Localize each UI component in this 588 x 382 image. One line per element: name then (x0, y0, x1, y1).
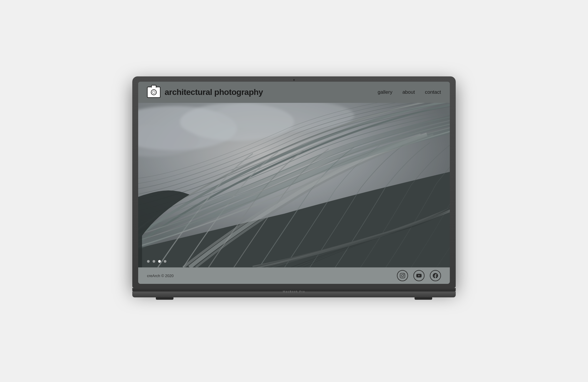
slide-dot-4[interactable] (164, 260, 166, 263)
facebook-button[interactable] (430, 270, 441, 281)
camera-icon (147, 87, 161, 98)
laptop-hinge: MacBook Pro (132, 288, 456, 291)
laptop-body: architectural photography gallery about … (132, 76, 456, 288)
macbook-label: MacBook Pro (283, 290, 305, 293)
slide-dots (147, 260, 166, 263)
hero-area (138, 103, 450, 267)
laptop-wrapper: architectural photography gallery about … (132, 76, 456, 306)
nav-contact[interactable]: contact (425, 89, 441, 95)
youtube-icon (416, 273, 422, 278)
laptop-foot-right (415, 297, 432, 300)
laptop-stand: MacBook Pro (132, 288, 456, 306)
slide-dot-2[interactable] (153, 260, 155, 263)
site-header: architectural photography gallery about … (138, 82, 450, 103)
svg-rect-5 (138, 103, 450, 267)
hero-image (138, 103, 450, 267)
screen-bezel: architectural photography gallery about … (138, 82, 450, 284)
instagram-icon (400, 273, 405, 278)
website-content: architectural photography gallery about … (138, 82, 450, 284)
nav-gallery[interactable]: gallery (378, 89, 392, 95)
site-title: architectural photography (165, 88, 263, 97)
webcam-icon (293, 79, 295, 81)
slide-dot-1[interactable] (147, 260, 150, 263)
youtube-button[interactable] (413, 270, 425, 281)
site-footer: creArch © 2020 (138, 267, 450, 284)
facebook-icon (433, 273, 438, 278)
nav-about[interactable]: about (402, 89, 415, 95)
camera-lens-icon (151, 89, 157, 95)
footer-copyright: creArch © 2020 (147, 274, 174, 278)
logo-area: architectural photography (147, 87, 263, 98)
laptop-foot-left (156, 297, 173, 300)
instagram-button[interactable] (397, 270, 408, 281)
social-icons (397, 270, 441, 281)
laptop-feet (132, 297, 456, 300)
slide-dot-3[interactable] (158, 260, 161, 263)
site-nav: gallery about contact (378, 89, 441, 95)
